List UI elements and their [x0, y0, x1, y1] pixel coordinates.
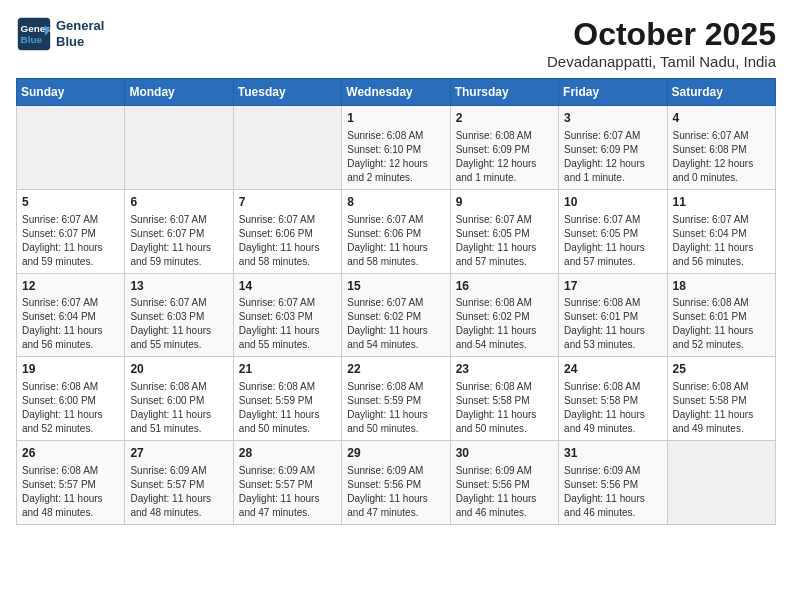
day-info: Sunrise: 6:07 AM Sunset: 6:03 PM Dayligh… — [130, 296, 227, 352]
day-info: Sunrise: 6:07 AM Sunset: 6:05 PM Dayligh… — [456, 213, 553, 269]
day-info: Sunrise: 6:07 AM Sunset: 6:04 PM Dayligh… — [22, 296, 119, 352]
calendar-cell: 10Sunrise: 6:07 AM Sunset: 6:05 PM Dayli… — [559, 189, 667, 273]
calendar-cell — [667, 441, 775, 525]
day-number: 6 — [130, 194, 227, 211]
calendar-cell: 19Sunrise: 6:08 AM Sunset: 6:00 PM Dayli… — [17, 357, 125, 441]
day-number: 21 — [239, 361, 336, 378]
day-number: 4 — [673, 110, 770, 127]
day-number: 1 — [347, 110, 444, 127]
calendar-cell: 21Sunrise: 6:08 AM Sunset: 5:59 PM Dayli… — [233, 357, 341, 441]
day-info: Sunrise: 6:09 AM Sunset: 5:56 PM Dayligh… — [564, 464, 661, 520]
day-number: 27 — [130, 445, 227, 462]
day-info: Sunrise: 6:07 AM Sunset: 6:09 PM Dayligh… — [564, 129, 661, 185]
day-number: 22 — [347, 361, 444, 378]
day-info: Sunrise: 6:09 AM Sunset: 5:57 PM Dayligh… — [130, 464, 227, 520]
day-number: 15 — [347, 278, 444, 295]
calendar-cell: 24Sunrise: 6:08 AM Sunset: 5:58 PM Dayli… — [559, 357, 667, 441]
day-number: 18 — [673, 278, 770, 295]
day-info: Sunrise: 6:08 AM Sunset: 5:59 PM Dayligh… — [239, 380, 336, 436]
day-number: 2 — [456, 110, 553, 127]
day-number: 7 — [239, 194, 336, 211]
day-info: Sunrise: 6:09 AM Sunset: 5:57 PM Dayligh… — [239, 464, 336, 520]
day-info: Sunrise: 6:07 AM Sunset: 6:02 PM Dayligh… — [347, 296, 444, 352]
day-info: Sunrise: 6:07 AM Sunset: 6:03 PM Dayligh… — [239, 296, 336, 352]
calendar-cell — [17, 106, 125, 190]
calendar-cell: 17Sunrise: 6:08 AM Sunset: 6:01 PM Dayli… — [559, 273, 667, 357]
calendar-cell: 14Sunrise: 6:07 AM Sunset: 6:03 PM Dayli… — [233, 273, 341, 357]
day-info: Sunrise: 6:08 AM Sunset: 6:01 PM Dayligh… — [673, 296, 770, 352]
logo-text: General Blue — [56, 18, 104, 49]
column-header-monday: Monday — [125, 79, 233, 106]
day-info: Sunrise: 6:08 AM Sunset: 6:10 PM Dayligh… — [347, 129, 444, 185]
day-number: 8 — [347, 194, 444, 211]
logo-icon: General Blue — [16, 16, 52, 52]
title-area: October 2025 Devadanappatti, Tamil Nadu,… — [547, 16, 776, 70]
column-header-friday: Friday — [559, 79, 667, 106]
calendar-cell: 20Sunrise: 6:08 AM Sunset: 6:00 PM Dayli… — [125, 357, 233, 441]
day-number: 26 — [22, 445, 119, 462]
calendar-cell: 12Sunrise: 6:07 AM Sunset: 6:04 PM Dayli… — [17, 273, 125, 357]
calendar-cell: 31Sunrise: 6:09 AM Sunset: 5:56 PM Dayli… — [559, 441, 667, 525]
calendar-cell: 6Sunrise: 6:07 AM Sunset: 6:07 PM Daylig… — [125, 189, 233, 273]
day-info: Sunrise: 6:07 AM Sunset: 6:07 PM Dayligh… — [130, 213, 227, 269]
column-header-thursday: Thursday — [450, 79, 558, 106]
calendar-cell: 8Sunrise: 6:07 AM Sunset: 6:06 PM Daylig… — [342, 189, 450, 273]
calendar-cell: 15Sunrise: 6:07 AM Sunset: 6:02 PM Dayli… — [342, 273, 450, 357]
day-number: 31 — [564, 445, 661, 462]
calendar-cell: 11Sunrise: 6:07 AM Sunset: 6:04 PM Dayli… — [667, 189, 775, 273]
calendar-table: SundayMondayTuesdayWednesdayThursdayFrid… — [16, 78, 776, 525]
calendar-cell: 26Sunrise: 6:08 AM Sunset: 5:57 PM Dayli… — [17, 441, 125, 525]
week-row-5: 26Sunrise: 6:08 AM Sunset: 5:57 PM Dayli… — [17, 441, 776, 525]
day-info: Sunrise: 6:07 AM Sunset: 6:06 PM Dayligh… — [239, 213, 336, 269]
day-info: Sunrise: 6:08 AM Sunset: 6:00 PM Dayligh… — [22, 380, 119, 436]
day-number: 29 — [347, 445, 444, 462]
calendar-cell: 18Sunrise: 6:08 AM Sunset: 6:01 PM Dayli… — [667, 273, 775, 357]
column-header-tuesday: Tuesday — [233, 79, 341, 106]
month-title: October 2025 — [547, 16, 776, 53]
calendar-cell — [233, 106, 341, 190]
day-info: Sunrise: 6:08 AM Sunset: 5:58 PM Dayligh… — [456, 380, 553, 436]
day-number: 16 — [456, 278, 553, 295]
calendar-cell: 27Sunrise: 6:09 AM Sunset: 5:57 PM Dayli… — [125, 441, 233, 525]
day-info: Sunrise: 6:08 AM Sunset: 6:00 PM Dayligh… — [130, 380, 227, 436]
calendar-cell: 1Sunrise: 6:08 AM Sunset: 6:10 PM Daylig… — [342, 106, 450, 190]
calendar-cell: 29Sunrise: 6:09 AM Sunset: 5:56 PM Dayli… — [342, 441, 450, 525]
day-info: Sunrise: 6:08 AM Sunset: 5:59 PM Dayligh… — [347, 380, 444, 436]
logo: General Blue General Blue — [16, 16, 104, 52]
day-number: 11 — [673, 194, 770, 211]
day-info: Sunrise: 6:08 AM Sunset: 6:09 PM Dayligh… — [456, 129, 553, 185]
day-number: 13 — [130, 278, 227, 295]
calendar-cell: 30Sunrise: 6:09 AM Sunset: 5:56 PM Dayli… — [450, 441, 558, 525]
column-header-sunday: Sunday — [17, 79, 125, 106]
calendar-cell: 28Sunrise: 6:09 AM Sunset: 5:57 PM Dayli… — [233, 441, 341, 525]
calendar-cell: 4Sunrise: 6:07 AM Sunset: 6:08 PM Daylig… — [667, 106, 775, 190]
column-header-wednesday: Wednesday — [342, 79, 450, 106]
day-number: 14 — [239, 278, 336, 295]
day-info: Sunrise: 6:09 AM Sunset: 5:56 PM Dayligh… — [347, 464, 444, 520]
calendar-cell: 22Sunrise: 6:08 AM Sunset: 5:59 PM Dayli… — [342, 357, 450, 441]
calendar-cell: 5Sunrise: 6:07 AM Sunset: 6:07 PM Daylig… — [17, 189, 125, 273]
day-info: Sunrise: 6:07 AM Sunset: 6:05 PM Dayligh… — [564, 213, 661, 269]
day-info: Sunrise: 6:08 AM Sunset: 6:01 PM Dayligh… — [564, 296, 661, 352]
calendar-cell: 2Sunrise: 6:08 AM Sunset: 6:09 PM Daylig… — [450, 106, 558, 190]
day-number: 23 — [456, 361, 553, 378]
day-info: Sunrise: 6:08 AM Sunset: 6:02 PM Dayligh… — [456, 296, 553, 352]
week-row-4: 19Sunrise: 6:08 AM Sunset: 6:00 PM Dayli… — [17, 357, 776, 441]
day-info: Sunrise: 6:07 AM Sunset: 6:07 PM Dayligh… — [22, 213, 119, 269]
day-number: 5 — [22, 194, 119, 211]
day-number: 9 — [456, 194, 553, 211]
week-row-3: 12Sunrise: 6:07 AM Sunset: 6:04 PM Dayli… — [17, 273, 776, 357]
day-info: Sunrise: 6:08 AM Sunset: 5:58 PM Dayligh… — [673, 380, 770, 436]
day-number: 24 — [564, 361, 661, 378]
day-number: 17 — [564, 278, 661, 295]
day-info: Sunrise: 6:09 AM Sunset: 5:56 PM Dayligh… — [456, 464, 553, 520]
day-number: 25 — [673, 361, 770, 378]
day-number: 19 — [22, 361, 119, 378]
calendar-cell: 25Sunrise: 6:08 AM Sunset: 5:58 PM Dayli… — [667, 357, 775, 441]
day-number: 28 — [239, 445, 336, 462]
day-info: Sunrise: 6:08 AM Sunset: 5:58 PM Dayligh… — [564, 380, 661, 436]
day-info: Sunrise: 6:07 AM Sunset: 6:08 PM Dayligh… — [673, 129, 770, 185]
calendar-cell: 3Sunrise: 6:07 AM Sunset: 6:09 PM Daylig… — [559, 106, 667, 190]
header-row: SundayMondayTuesdayWednesdayThursdayFrid… — [17, 79, 776, 106]
day-number: 20 — [130, 361, 227, 378]
